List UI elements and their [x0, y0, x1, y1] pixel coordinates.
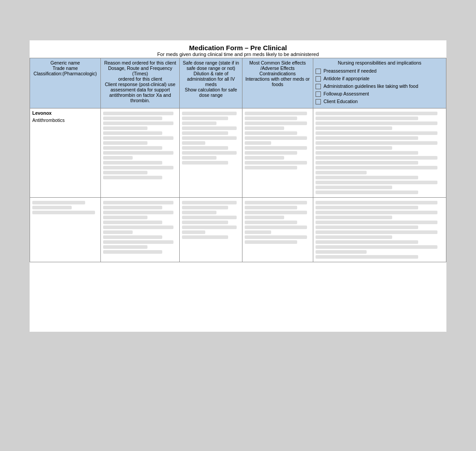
- row1-col3-blurred: [182, 112, 239, 165]
- row2-col1-blurred: [32, 201, 98, 214]
- header-col5-item-2: Antidote if appropriate: [316, 76, 444, 82]
- header-col4-line3: Interactions with other meds or foods: [245, 76, 311, 87]
- header-col5-item-3: Administration guidelines like taking wi…: [316, 83, 444, 89]
- row1-classification: Antithrombotics: [32, 117, 98, 123]
- header-col5: Nursing responsibilities and implication…: [313, 58, 446, 108]
- header-col4-line2: Contraindications: [245, 71, 311, 76]
- row2-col3-blurred: [182, 201, 239, 239]
- header-col1: Generic name Trade name Classification:(…: [30, 58, 101, 108]
- table-row: [30, 198, 446, 262]
- header-col2-line2: Dosage, Route and Frequency (Times): [103, 65, 177, 76]
- header-col5-item-2-label: Antidote if appropriate: [324, 76, 370, 81]
- page-title-area: Medication Form – Pre Clinical For meds …: [30, 40, 446, 58]
- header-col1-line2: Trade name: [32, 65, 98, 71]
- header-col3-line1: Safe dose range (state if in safe dose r…: [182, 60, 239, 71]
- header-col2-line3: ordered for this client: [103, 76, 177, 82]
- header-col3-line3: Show calculation for safe dose range: [182, 87, 239, 98]
- row2-col5-blurred: [316, 201, 444, 259]
- row1-col5: [313, 108, 446, 198]
- row2-col1: [30, 198, 101, 262]
- bullet-box-5: [316, 99, 321, 104]
- table-row: Levonox Antithrombotics: [30, 108, 446, 198]
- row1-col5-blurred: [316, 112, 444, 194]
- medication-table: Generic name Trade name Classification:(…: [30, 58, 446, 262]
- page-title: Medication Form – Pre Clinical: [30, 44, 446, 52]
- bullet-box-1: [316, 69, 321, 74]
- row1-col3: [180, 108, 242, 198]
- row1-col1: Levonox Antithrombotics: [30, 108, 101, 198]
- header-col5-item-1: Preassessment if needed: [316, 68, 444, 74]
- row1-col2: [100, 108, 180, 198]
- header-col5-item-1-label: Preassessment if needed: [324, 68, 376, 74]
- header-col3: Safe dose range (state if in safe dose r…: [180, 58, 242, 108]
- bullet-box-2: [316, 76, 321, 82]
- row1-col4-blurred: [245, 112, 311, 169]
- header-col4-line1: Most Common Side effects /Adverse Effect…: [245, 60, 311, 71]
- header-col2: Reason med ordered for this client Dosag…: [100, 58, 180, 108]
- header-col5-item-4-label: Followup Assessment: [324, 91, 369, 96]
- bullet-box-4: [316, 91, 321, 97]
- row2-col4-blurred: [245, 201, 311, 244]
- page-subtitle: For meds given during clinical time and …: [30, 52, 446, 57]
- header-col1-line3: Classification:(Pharmacologic): [32, 71, 98, 76]
- row1-generic-name: Levonox: [32, 110, 98, 116]
- row2-col2-blurred: [103, 201, 177, 254]
- row2-col4: [242, 198, 313, 262]
- row2-col3: [180, 198, 242, 262]
- header-col5-item-5: Client Education: [316, 99, 444, 104]
- header-col5-item-4: Followup Assessment: [316, 91, 444, 97]
- page-wrapper: Medication Form – Pre Clinical For meds …: [30, 40, 446, 332]
- header-row: Generic name Trade name Classification:(…: [30, 58, 446, 108]
- header-col5-list: Preassessment if needed Antidote if appr…: [316, 68, 444, 104]
- header-col1-line1: Generic name: [32, 60, 98, 65]
- bullet-box-3: [316, 84, 321, 89]
- row2-col5: [313, 198, 446, 262]
- row1-col4: [242, 108, 313, 198]
- row2-col2: [100, 198, 180, 262]
- header-col3-line2: Dilution & rate of administration for al…: [182, 71, 239, 87]
- header-col2-line4: Client response (post-clinical) use asse…: [103, 82, 177, 103]
- header-col5-title: Nursing responsibilities and implication…: [316, 60, 444, 65]
- row1-col2-blurred: [103, 112, 177, 179]
- header-col5-item-3-label: Administration guidelines like taking wi…: [324, 83, 418, 89]
- header-col5-item-5-label: Client Education: [324, 99, 358, 104]
- header-col2-line1: Reason med ordered for this client: [103, 60, 177, 65]
- header-col4: Most Common Side effects /Adverse Effect…: [242, 58, 313, 108]
